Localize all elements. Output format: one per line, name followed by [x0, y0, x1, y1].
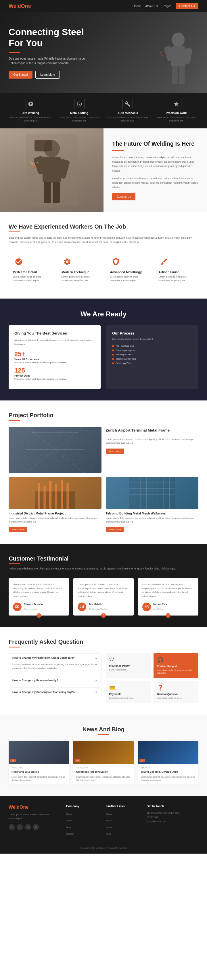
- step-dot: [112, 358, 114, 360]
- blog-2-badge: 04: [75, 759, 81, 762]
- stat-desc: Phasellus metus erat risus gravida place…: [14, 378, 95, 380]
- arc-welding-icon: [25, 99, 36, 109]
- about-para-2: Interdum et malesuada fames ac ante ipsu…: [112, 177, 198, 190]
- blog-2-title: Greatness And Innovation: [76, 770, 131, 774]
- facebook-icon[interactable]: f: [9, 824, 15, 830]
- process-title: Our Process: [112, 331, 193, 336]
- testimonial-title: Customer Testimonial: [9, 555, 198, 562]
- stat-label: Years Of Experience: [14, 358, 95, 361]
- nav-pages[interactable]: Pages: [163, 4, 171, 8]
- service-desc: Lorem ipsum dolor sit amet, consectetur …: [57, 116, 101, 123]
- quote-badge: ": [101, 613, 106, 618]
- faq-question-text: How to Change my Password easily?: [13, 679, 58, 682]
- footer-link-home[interactable]: Home: [66, 813, 72, 815]
- faq-card-title: General Question: [157, 693, 195, 695]
- about-img-inner: [0, 129, 103, 212]
- faq-layout: How to Change my Photo from Admin Dashbo…: [9, 653, 198, 703]
- chevron-up-icon: ▲: [95, 656, 98, 660]
- auto-mechanic-icon: [122, 99, 133, 109]
- nav-about[interactable]: About Us: [145, 4, 158, 8]
- service-auto-mechanic: Auto Mechanic Lorem ipsum dolor sit amet…: [106, 99, 150, 123]
- author-info-2: Jim Maldiko Construction Worker: [88, 603, 107, 611]
- about-cta[interactable]: Contact Us: [112, 193, 136, 200]
- main-project-text: Zurich Airport Terminal Metal Frame Lore…: [106, 427, 199, 473]
- faq-question-2[interactable]: How to Change my Password easily? ▼: [9, 676, 101, 685]
- blog-1-image: 04: [9, 741, 69, 764]
- blog-1-date: Apr 12, 2022: [11, 767, 66, 769]
- footer-company: Company Home About Blog Contact: [66, 805, 101, 837]
- twitter-icon[interactable]: t: [17, 824, 23, 830]
- main-project-btn[interactable]: Learn More: [106, 449, 125, 454]
- testimonial-grid: Lorem ipsum dolor sit amet, consectetur …: [9, 578, 198, 615]
- svg-line-25: [26, 427, 84, 473]
- footer-link-work[interactable]: Work: [106, 819, 112, 822]
- stat-projects: 125 Project Done Phasellus metus erat ri…: [14, 367, 95, 380]
- chevron-down-icon: ▼: [95, 690, 98, 694]
- footer-further: Further Links News Work About Blog: [106, 805, 141, 837]
- portfolio-card-1: Industrial District Metal Frame Project …: [9, 477, 101, 532]
- blog-2-image: 04: [73, 741, 134, 764]
- faq-question-3[interactable]: How to Change my Subscription Plan using…: [9, 688, 101, 697]
- footer-further-links: News Work About Blog: [106, 811, 141, 836]
- footer-link-blog[interactable]: Blog: [66, 826, 71, 829]
- svg-rect-27: [32, 433, 78, 467]
- stat-number: 125: [14, 367, 95, 374]
- testimonial-author-3: NR Naomi Rice Arc Welder: [142, 603, 194, 611]
- nav-home[interactable]: Home: [133, 4, 141, 8]
- project-2-btn[interactable]: Learn More: [106, 527, 125, 532]
- faq-card-desc: Lorem ipsum dolor sit amet.: [109, 697, 147, 700]
- service-desc: Lorem ipsum dolor sit amet, consectetur …: [9, 116, 53, 123]
- feature-title: Artisan Finish: [158, 270, 194, 274]
- footer-link-about[interactable]: About: [66, 819, 72, 822]
- footer-link-news[interactable]: News: [106, 813, 112, 815]
- faq-item-2: How to Change my Password easily? ▼: [9, 676, 101, 685]
- footer-contact: Get In Touch 1134 Inca Pago Crisco, LA 5…: [147, 805, 198, 837]
- welder-illustration: [26, 134, 77, 206]
- precision-work-icon: [171, 99, 182, 109]
- footer-link-about2[interactable]: About: [106, 826, 112, 829]
- svg-rect-30: [43, 486, 46, 509]
- faq-card-title: Insurance Policy: [109, 665, 147, 667]
- faq-question-1[interactable]: How to Change my Photo from Admin Dashbo…: [9, 654, 101, 662]
- svg-point-0: [172, 33, 185, 47]
- metallurgy-icon: [110, 256, 122, 267]
- service-title: Auto Mechanic: [106, 111, 150, 115]
- faq-card-desc: Lorem ipsum dolor sit amet, consectetur …: [157, 669, 195, 675]
- testimonial-author-1: ED Edward Donato Project Leader: [13, 603, 65, 611]
- project-1-btn[interactable]: Learn More: [9, 527, 27, 532]
- footer-contact-info: 1134 Inca Pago Crisco, LA 5482 +1 527 99…: [147, 811, 198, 824]
- footer-address: 1134 Inca Pago Crisco, LA 5482: [147, 811, 198, 815]
- blog-grid: 04 Apr 12, 2022 Resolving Your Issues Lo…: [9, 741, 198, 784]
- insurance-icon: 🛡: [109, 657, 147, 663]
- faq-question-text: How to Change my Photo from Admin Dashbo…: [13, 656, 75, 659]
- blog-1-title: Resolving Your Issues: [11, 770, 66, 774]
- instagram-icon[interactable]: in: [25, 824, 31, 830]
- hero-get-started[interactable]: Get Started: [9, 71, 33, 79]
- svg-point-20: [37, 162, 38, 163]
- footer-link-blog2[interactable]: Blog: [106, 833, 111, 835]
- hero-learn-more[interactable]: Learn More: [35, 71, 60, 79]
- blog-1-badge: 04: [10, 759, 16, 762]
- hero-buttons: Get Started Learn More: [9, 71, 101, 79]
- about-section: The Future Of Welding Is Here Lorem ipsu…: [0, 129, 207, 212]
- ready-services-card: Giving You The Best Services Aliquam era…: [9, 325, 101, 389]
- general-icon: ❓: [157, 685, 195, 691]
- blog-underline: [98, 734, 109, 735]
- blog-3-date: Apr 22, 2022: [141, 767, 196, 769]
- blog-card-1: 04 Apr 12, 2022 Resolving Your Issues Lo…: [9, 741, 69, 784]
- ready-title: We Are Ready: [9, 310, 198, 318]
- faq-card-title: Payments: [109, 693, 147, 695]
- stat-desc: Phasellus metus erat risus gravida place…: [14, 361, 95, 364]
- blog-3-image: 04: [138, 741, 198, 764]
- project-desc: Lorem ipsum dolor sit amet, consectetur …: [9, 517, 101, 524]
- footer-top: WeldOne Lorem ipsum dolor sit amet, cons…: [9, 805, 198, 837]
- testimonial-text: Lorem ipsum dolor sit amet, consectetur …: [142, 582, 194, 598]
- chevron-down-icon: ▼: [95, 679, 98, 682]
- feature-2: Modern Technique Lorem ipsum dolor sit a…: [57, 251, 101, 287]
- footer-link-contact[interactable]: Contact: [66, 833, 74, 835]
- project-title: Industrial District Metal Frame Project: [9, 512, 101, 515]
- testimonial-desc: Pellentesque habitant morbi tristique se…: [9, 566, 198, 571]
- author-name: Jim Maldiko: [88, 603, 107, 606]
- linkedin-icon[interactable]: li: [33, 824, 39, 830]
- nav-cta[interactable]: Contact Us: [176, 3, 198, 9]
